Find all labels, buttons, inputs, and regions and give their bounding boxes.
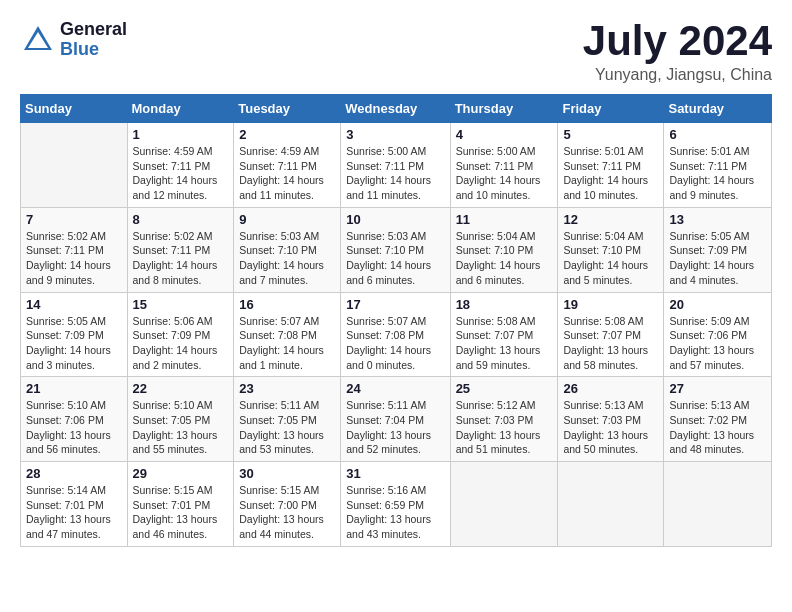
day-number: 3 <box>346 127 444 142</box>
day-info: Sunrise: 5:02 AM Sunset: 7:11 PM Dayligh… <box>133 229 229 288</box>
day-info: Sunrise: 5:00 AM Sunset: 7:11 PM Dayligh… <box>456 144 553 203</box>
logo-icon <box>20 22 56 58</box>
day-info: Sunrise: 5:11 AM Sunset: 7:04 PM Dayligh… <box>346 398 444 457</box>
day-number: 20 <box>669 297 766 312</box>
day-info: Sunrise: 5:13 AM Sunset: 7:02 PM Dayligh… <box>669 398 766 457</box>
calendar-cell: 9Sunrise: 5:03 AM Sunset: 7:10 PM Daylig… <box>234 207 341 292</box>
day-info: Sunrise: 5:04 AM Sunset: 7:10 PM Dayligh… <box>456 229 553 288</box>
calendar-cell: 19Sunrise: 5:08 AM Sunset: 7:07 PM Dayli… <box>558 292 664 377</box>
day-number: 16 <box>239 297 335 312</box>
day-info: Sunrise: 5:15 AM Sunset: 7:01 PM Dayligh… <box>133 483 229 542</box>
day-number: 10 <box>346 212 444 227</box>
day-info: Sunrise: 5:07 AM Sunset: 7:08 PM Dayligh… <box>346 314 444 373</box>
day-info: Sunrise: 5:00 AM Sunset: 7:11 PM Dayligh… <box>346 144 444 203</box>
logo-general-text: General <box>60 20 127 40</box>
weekday-header-wednesday: Wednesday <box>341 95 450 123</box>
day-info: Sunrise: 5:13 AM Sunset: 7:03 PM Dayligh… <box>563 398 658 457</box>
day-number: 18 <box>456 297 553 312</box>
calendar-cell: 22Sunrise: 5:10 AM Sunset: 7:05 PM Dayli… <box>127 377 234 462</box>
calendar-cell: 8Sunrise: 5:02 AM Sunset: 7:11 PM Daylig… <box>127 207 234 292</box>
calendar-cell: 23Sunrise: 5:11 AM Sunset: 7:05 PM Dayli… <box>234 377 341 462</box>
day-info: Sunrise: 5:08 AM Sunset: 7:07 PM Dayligh… <box>456 314 553 373</box>
weekday-header-sunday: Sunday <box>21 95 128 123</box>
calendar-cell: 5Sunrise: 5:01 AM Sunset: 7:11 PM Daylig… <box>558 123 664 208</box>
calendar-cell: 31Sunrise: 5:16 AM Sunset: 6:59 PM Dayli… <box>341 462 450 547</box>
day-number: 24 <box>346 381 444 396</box>
calendar-cell: 4Sunrise: 5:00 AM Sunset: 7:11 PM Daylig… <box>450 123 558 208</box>
calendar-cell: 14Sunrise: 5:05 AM Sunset: 7:09 PM Dayli… <box>21 292 128 377</box>
calendar-week-row: 7Sunrise: 5:02 AM Sunset: 7:11 PM Daylig… <box>21 207 772 292</box>
calendar-week-row: 21Sunrise: 5:10 AM Sunset: 7:06 PM Dayli… <box>21 377 772 462</box>
calendar-cell: 2Sunrise: 4:59 AM Sunset: 7:11 PM Daylig… <box>234 123 341 208</box>
day-number: 21 <box>26 381 122 396</box>
day-info: Sunrise: 5:15 AM Sunset: 7:00 PM Dayligh… <box>239 483 335 542</box>
calendar-cell: 29Sunrise: 5:15 AM Sunset: 7:01 PM Dayli… <box>127 462 234 547</box>
calendar-week-row: 14Sunrise: 5:05 AM Sunset: 7:09 PM Dayli… <box>21 292 772 377</box>
day-number: 8 <box>133 212 229 227</box>
day-number: 30 <box>239 466 335 481</box>
day-number: 15 <box>133 297 229 312</box>
calendar-cell: 17Sunrise: 5:07 AM Sunset: 7:08 PM Dayli… <box>341 292 450 377</box>
calendar-cell: 20Sunrise: 5:09 AM Sunset: 7:06 PM Dayli… <box>664 292 772 377</box>
day-info: Sunrise: 5:16 AM Sunset: 6:59 PM Dayligh… <box>346 483 444 542</box>
day-number: 19 <box>563 297 658 312</box>
day-info: Sunrise: 5:05 AM Sunset: 7:09 PM Dayligh… <box>669 229 766 288</box>
day-info: Sunrise: 5:05 AM Sunset: 7:09 PM Dayligh… <box>26 314 122 373</box>
calendar-cell: 30Sunrise: 5:15 AM Sunset: 7:00 PM Dayli… <box>234 462 341 547</box>
day-info: Sunrise: 5:14 AM Sunset: 7:01 PM Dayligh… <box>26 483 122 542</box>
day-number: 4 <box>456 127 553 142</box>
calendar-cell: 21Sunrise: 5:10 AM Sunset: 7:06 PM Dayli… <box>21 377 128 462</box>
day-info: Sunrise: 5:10 AM Sunset: 7:05 PM Dayligh… <box>133 398 229 457</box>
day-info: Sunrise: 5:10 AM Sunset: 7:06 PM Dayligh… <box>26 398 122 457</box>
calendar-cell: 3Sunrise: 5:00 AM Sunset: 7:11 PM Daylig… <box>341 123 450 208</box>
day-info: Sunrise: 5:02 AM Sunset: 7:11 PM Dayligh… <box>26 229 122 288</box>
day-info: Sunrise: 4:59 AM Sunset: 7:11 PM Dayligh… <box>133 144 229 203</box>
day-number: 6 <box>669 127 766 142</box>
day-info: Sunrise: 5:09 AM Sunset: 7:06 PM Dayligh… <box>669 314 766 373</box>
calendar-cell <box>664 462 772 547</box>
day-info: Sunrise: 5:03 AM Sunset: 7:10 PM Dayligh… <box>239 229 335 288</box>
calendar-cell: 25Sunrise: 5:12 AM Sunset: 7:03 PM Dayli… <box>450 377 558 462</box>
logo-blue-text: Blue <box>60 40 127 60</box>
day-info: Sunrise: 5:11 AM Sunset: 7:05 PM Dayligh… <box>239 398 335 457</box>
weekday-header-monday: Monday <box>127 95 234 123</box>
calendar-cell: 16Sunrise: 5:07 AM Sunset: 7:08 PM Dayli… <box>234 292 341 377</box>
location: Yunyang, Jiangsu, China <box>583 66 772 84</box>
day-info: Sunrise: 5:12 AM Sunset: 7:03 PM Dayligh… <box>456 398 553 457</box>
calendar-cell: 1Sunrise: 4:59 AM Sunset: 7:11 PM Daylig… <box>127 123 234 208</box>
day-info: Sunrise: 5:06 AM Sunset: 7:09 PM Dayligh… <box>133 314 229 373</box>
calendar-cell: 26Sunrise: 5:13 AM Sunset: 7:03 PM Dayli… <box>558 377 664 462</box>
title-block: July 2024 Yunyang, Jiangsu, China <box>583 20 772 84</box>
day-number: 17 <box>346 297 444 312</box>
day-number: 7 <box>26 212 122 227</box>
logo: General Blue <box>20 20 127 60</box>
day-number: 22 <box>133 381 229 396</box>
day-number: 31 <box>346 466 444 481</box>
calendar-cell: 6Sunrise: 5:01 AM Sunset: 7:11 PM Daylig… <box>664 123 772 208</box>
day-number: 28 <box>26 466 122 481</box>
day-number: 9 <box>239 212 335 227</box>
day-number: 25 <box>456 381 553 396</box>
day-number: 12 <box>563 212 658 227</box>
day-info: Sunrise: 5:01 AM Sunset: 7:11 PM Dayligh… <box>563 144 658 203</box>
calendar-cell: 7Sunrise: 5:02 AM Sunset: 7:11 PM Daylig… <box>21 207 128 292</box>
day-number: 5 <box>563 127 658 142</box>
calendar-cell: 13Sunrise: 5:05 AM Sunset: 7:09 PM Dayli… <box>664 207 772 292</box>
weekday-header-row: SundayMondayTuesdayWednesdayThursdayFrid… <box>21 95 772 123</box>
day-info: Sunrise: 5:03 AM Sunset: 7:10 PM Dayligh… <box>346 229 444 288</box>
calendar-cell <box>450 462 558 547</box>
calendar-cell: 24Sunrise: 5:11 AM Sunset: 7:04 PM Dayli… <box>341 377 450 462</box>
day-number: 29 <box>133 466 229 481</box>
calendar-cell <box>21 123 128 208</box>
calendar-cell: 18Sunrise: 5:08 AM Sunset: 7:07 PM Dayli… <box>450 292 558 377</box>
day-info: Sunrise: 5:01 AM Sunset: 7:11 PM Dayligh… <box>669 144 766 203</box>
day-number: 14 <box>26 297 122 312</box>
calendar-week-row: 28Sunrise: 5:14 AM Sunset: 7:01 PM Dayli… <box>21 462 772 547</box>
calendar-cell <box>558 462 664 547</box>
month-title: July 2024 <box>583 20 772 62</box>
calendar-cell: 27Sunrise: 5:13 AM Sunset: 7:02 PM Dayli… <box>664 377 772 462</box>
day-info: Sunrise: 5:04 AM Sunset: 7:10 PM Dayligh… <box>563 229 658 288</box>
day-info: Sunrise: 4:59 AM Sunset: 7:11 PM Dayligh… <box>239 144 335 203</box>
day-info: Sunrise: 5:07 AM Sunset: 7:08 PM Dayligh… <box>239 314 335 373</box>
day-number: 11 <box>456 212 553 227</box>
